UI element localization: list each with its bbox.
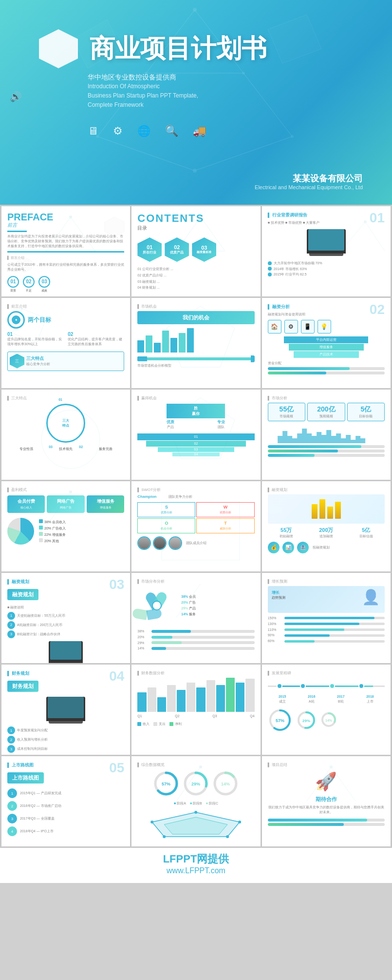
final-legend: ■ 阶段A ■ 阶段B ■ 阶段C [137,801,254,806]
pie-section-label: ▌ 市场分布分析 [137,579,254,584]
milestone-section-label: ▌ 发展里程碑 [268,670,385,676]
cover-icons: 🖥 ⚙ 🌐 🔍 🚚 [88,125,353,137]
watermark-url: www.LFPPT.com [8,866,384,875]
revenue-section-label: ▌ 盈利模式 [7,487,124,492]
slide-goals: ▌ 前言介绍 ✦ 两个目标 01 提升品牌知名度，开拓市场份额，实现年增长率30… [1,298,130,388]
swot-team-photos: 团队成员介绍 [137,536,254,550]
timeline-section-label: ▌ 增长预测 [268,579,385,584]
cover-subtitle-en2: Business Plan Startup Plan PPT Template, [88,91,353,100]
slide-03: 03 ▌ 融资规划 融资规划 ■ 融资说明 1 天使轮融资目标：55万元人民币 … [1,573,130,663]
hex-03: 03融资量标准 [192,237,216,262]
market-stats: 55亿 市场规模 200亿 预期规模 5亿 目标份额 [268,403,385,421]
slide01-text1: ■ 技术优势 ■ 市场优势 ■ 大量客户 [268,220,385,225]
preface-body2: 公司成立于2010年，拥有丰富的行业经验和完善的服务体系，多次荣获行业优秀企业称… [7,262,124,272]
section-number-05: 05 [109,760,124,776]
svg-text:29%: 29% [302,719,310,723]
globe-icon: 🌐 [137,125,150,137]
slide-01: 01 ▌ 行业背景调研报告 ■ 技术优势 ■ 市场优势 ■ 大量客户 大力开拓华… [262,206,391,296]
svg-point-66 [150,821,153,823]
slide-swot: ▌ SWOT分析 Champion 团队竞争力分析 S优势分析 W劣势分析 O机… [131,481,260,571]
contents-title: CONTENTS [137,212,204,225]
two-goals-title: 两个目标 [28,316,51,324]
slide02-text: 融资规划与资金使用说明 [268,312,385,317]
slide-market-analysis: ▌ 市场分析 55亿 市场规模 200亿 预期规模 5亿 目标份额 [262,390,391,480]
circle-3: 03 [38,276,50,288]
label-2: 不足 [23,289,35,293]
contents-subtitle-cn: 目录 [137,225,204,232]
swot-t: T威胁分析 [196,518,254,533]
monitor-icon: 🖥 [88,125,98,137]
clock-diagram: 三大特点 01 02 03 [46,404,85,443]
cover-slide: 商业项目计划书 华中地区专业数控设备提供商 Introduction Of At… [0,0,392,205]
slide-opportunity: ▌ 市场机会 我们的机会 市场管道机会分析模型 [131,298,260,388]
slide-end: ▌ 项目总结 🚀 期待合作 我们致力于成为华中地区最具竞争力的数控设备提供商，期… [262,756,391,846]
slide03-title-row: 融资规划 [7,587,124,602]
slide05-label: ▌ 上市路线图 [7,762,124,768]
slide-win: ▌ 赢得机会 胜赢你 优质 产品 专业 团队 01 02 03 04 [131,390,260,480]
petal-chart: 38% 会员 20% 广告 29% 产品 14% 服务 [137,586,254,625]
win-funnel: 胜赢你 优质 产品 专业 团队 [167,404,225,430]
slide-growth-timeline: ▌ 增长预测 👤 增长 趋势预测 150% 130% 110% [262,573,391,663]
slide03-items: 1 天使轮融资目标：55万元人民币 2 A轮融资目标：200万元人民币 3 B轮… [7,612,124,638]
hex-01: 01所在行业 [137,237,162,262]
pie-slide-progress: 38% 20% 29% 14% [137,629,254,651]
slide-contents: CONTENTS 目录 01所在行业 02优质产品 03融资量标准 01 公司行… [131,206,260,296]
cover-company: 某某设备有限公司 Electrical and Mechanical Equip… [255,173,363,190]
cover-subtitle-cn: 华中地区专业数控设备提供商 [88,73,353,82]
city-skyline [268,426,385,443]
swot-w: W劣势分析 [196,502,254,517]
slide-04: 04 ▌ 财务规划 财务规划 1 年度预算规划与分配 2 收入预测与增长分析 [1,665,130,755]
swot-s: S优势分析 [137,502,195,517]
slides-grid: PREFACE 前言 本商业计划书是为了向投资者展示公司的发展规划，介绍公司的核… [0,205,392,848]
truck-icon: 🚚 [193,125,206,137]
swot-grid: S优势分析 W劣势分析 O机会分析 T威胁分析 [137,502,254,533]
swot-o: O机会分析 [137,518,195,533]
svg-point-65 [163,835,166,838]
slide02-funnel: 平台内部运营 增值服务 产品技术 [268,336,385,358]
svg-text:29%: 29% [191,782,200,786]
slide-02: 02 ▌ 融资分析 融资规划与资金使用说明 🏠 ⚙ 📱 💡 平台内部运营 增值服… [262,298,391,388]
slide01-label: ▌ 行业背景调研报告 [268,212,385,218]
finance-image-placeholder [268,494,385,524]
svg-marker-35 [268,429,365,443]
opportunity-title: 我们的机会 [137,311,254,324]
hex-02: 02优质产品 [165,237,189,262]
cover-title: 商业项目计划书 [90,32,267,66]
slide02-icons-row: 🏠 ⚙ 📱 💡 [268,320,385,333]
revenue-pie: 38% 会员收入 20% 广告收入 22% 增值服务 20% 其他 [7,518,124,545]
slide02-label: ▌ 融资分析 [268,304,385,310]
watermark-section: LFPPT网提供 www.LFPPT.com [0,848,392,883]
features-labels: 专业性强 技术领先 服务完善 [7,447,124,451]
label-1: 背景 [7,289,19,293]
watermark-brand: LFPPT网提供 [8,852,384,866]
preface-section-label: ▌ 前言介绍 [7,255,124,260]
target-icon: ✦ [7,311,25,329]
cover-subtitle-en1: Introduction Of Atmospheric [88,82,353,91]
end-section-label: ▌ 项目总结 [268,762,385,767]
hex-row: 01所在行业 02优质产品 03融资量标准 [137,237,254,262]
slide01-stats: 大力开拓华中地区市场份额 70% 2014年 市场增长 63% 2015年 行业… [268,261,385,277]
win-section-label: ▌ 赢得机会 [137,395,254,401]
svg-point-62 [194,811,197,814]
opportunity-section-label: ▌ 市场机会 [137,304,254,309]
section-number-02: 02 [370,302,385,317]
revenue-items: 会员付费 核心收入 网络广告 网络广告 增值服务 增值服务 [7,495,124,513]
goals-section-label: ▌ 前言介绍 [7,304,124,309]
svg-text:57%: 57% [276,718,284,723]
label-3: 成效 [38,289,50,293]
section-number-01: 01 [370,210,385,226]
finance-stats: 55万 初始融资 200万 追加融资 5亿 目标估值 [268,527,385,539]
slide-pie-chart: ▌ 市场分布分析 38% 会员 20% 广告 29% 产品 14% 服务 38% [131,573,260,663]
slide-bar-chart-04: ▌ 财务数据分析 Q1 Q2 Q3 Q4 收入 支出 净利 [131,665,260,755]
company-name-en: Electrical and Mechanical Equipment Co.,… [255,184,363,190]
slide04-laptop [7,697,124,724]
contents-desc-block: 01 公司行业背景分析 ... 02 优质产品介绍 ... 03 融资规划 ..… [137,267,254,290]
preface-subtitle: 前言 [7,222,124,229]
bar-chart-labels: Q1 Q2 Q3 Q4 [137,714,254,719]
slide05-title-row: 上市路线图 [7,770,124,785]
teal-divider [7,251,124,253]
cover-subtitle-en3: Complete Framework [88,100,353,110]
slide04-items: 1 年度预算规划与分配 2 收入预测与增长分析 3 成本控制与利润目标 [7,726,124,753]
cover-hexagon [39,29,78,68]
slide01-laptop [268,229,385,256]
